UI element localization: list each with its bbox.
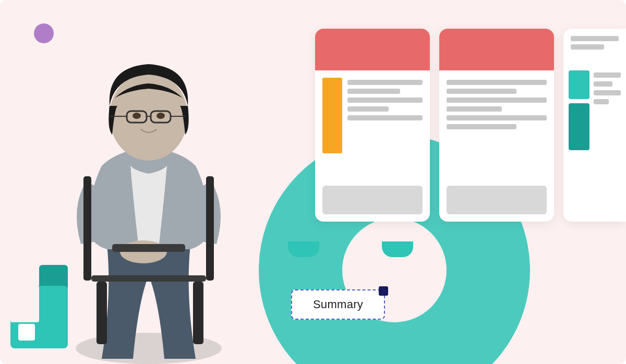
card-line — [571, 36, 619, 41]
card-2-lines — [447, 78, 547, 173]
svg-rect-15 — [97, 282, 107, 344]
card-3-lines — [594, 70, 621, 150]
document-card-1 — [315, 29, 430, 222]
summary-box: Summary — [291, 289, 385, 320]
card-3-teal-blocks — [569, 70, 589, 150]
svg-rect-11 — [112, 244, 185, 252]
card-line — [594, 72, 621, 78]
card-line — [594, 90, 621, 95]
svg-rect-12 — [83, 176, 91, 281]
card-line — [447, 124, 516, 129]
card-line — [571, 44, 604, 50]
card-1-sidebar — [322, 78, 342, 173]
card-line — [347, 98, 423, 103]
card-1-footer — [322, 186, 423, 214]
card-line — [447, 98, 547, 103]
card-3-header-space — [563, 29, 626, 70]
document-cards-area — [315, 29, 626, 222]
connector-right — [382, 241, 413, 257]
card-line — [347, 106, 389, 112]
card-line — [594, 81, 612, 87]
svg-rect-13 — [206, 176, 214, 281]
card-line — [447, 115, 547, 120]
person-svg — [39, 25, 258, 364]
svg-point-8 — [133, 113, 141, 119]
card-line — [447, 106, 502, 112]
card-line — [594, 99, 609, 104]
card-line — [447, 80, 547, 85]
svg-rect-16 — [193, 282, 203, 344]
card-line — [347, 80, 423, 85]
card-2-footer — [447, 186, 547, 214]
teal-block-top — [569, 70, 589, 99]
card-2-body — [439, 70, 554, 180]
svg-rect-14 — [91, 275, 206, 282]
card-3-body — [563, 70, 626, 150]
card-line — [347, 89, 400, 94]
document-card-2 — [439, 29, 554, 222]
card-line — [347, 115, 423, 120]
connector-left — [288, 241, 319, 257]
svg-point-9 — [156, 113, 165, 119]
person-illustration — [31, 20, 266, 364]
card-line — [447, 89, 516, 94]
document-card-3-partial — [563, 29, 626, 222]
card-1-yellow-block — [322, 78, 342, 153]
card-1-header — [315, 29, 430, 70]
main-scene: Summary — [0, 0, 626, 364]
summary-label: Summary — [313, 298, 363, 311]
card-1-lines — [347, 78, 423, 173]
teal-block-bottom — [569, 103, 589, 150]
card-1-body — [315, 70, 430, 180]
card-2-header — [439, 29, 554, 70]
